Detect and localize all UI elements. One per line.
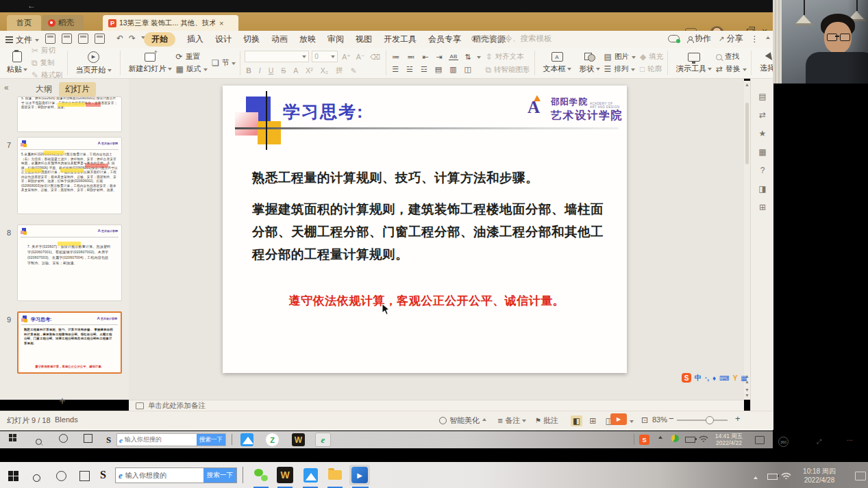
print-icon[interactable] xyxy=(78,34,88,44)
action-center-icon[interactable] xyxy=(855,472,866,480)
slide-thumbnail-9-selected[interactable]: 学习思考: A 艺术设计学院 熟悉工程量的计算规则、技巧、计算方法和步骤。 掌握… xyxy=(17,311,122,374)
arrange-button[interactable]: ☰排列 xyxy=(604,64,636,74)
collaborate-button[interactable]: 协作 xyxy=(687,33,711,44)
tray-app-icon[interactable] xyxy=(671,435,679,442)
sorter-view-icon[interactable]: ⊞ xyxy=(587,415,598,426)
properties-icon[interactable]: ▤ xyxy=(758,92,767,101)
ime-toolbox-icon[interactable]: ▦ xyxy=(741,374,747,382)
clear-format-icon[interactable]: ⌫ xyxy=(369,53,382,61)
slide-thumbnail-7[interactable]: A 艺术设计学院 5.金属旗杆(020605002)按设计图示数量计算，工程内容… xyxy=(17,137,122,214)
taskbar-search-box[interactable]: e 输入你想搜的 搜索一下 xyxy=(115,467,237,483)
scroll-up-icon[interactable]: ▲ xyxy=(744,82,750,88)
menu-tab-design[interactable]: 设计 xyxy=(215,34,232,45)
zoom-in-icon[interactable]: + xyxy=(735,413,741,424)
add-slide-button[interactable]: + xyxy=(59,394,66,408)
search-go-button[interactable]: 搜索一下 xyxy=(197,434,225,446)
wifi-icon[interactable] xyxy=(781,472,791,480)
tray-expand-icon[interactable] xyxy=(754,472,758,485)
to-smartart-button[interactable]: ⧉转智能图形 xyxy=(485,65,530,75)
video-player-icon-active[interactable]: ▶ xyxy=(349,465,370,485)
battery-icon[interactable] xyxy=(685,437,695,443)
print-preview-icon[interactable] xyxy=(95,34,105,44)
inner-clock[interactable]: 14:41 周五2022/4/22 xyxy=(710,433,748,446)
distribute-icon[interactable]: ▥ xyxy=(448,65,458,74)
tab-slides[interactable]: 幻灯片 xyxy=(59,82,96,97)
play-options-icon[interactable] xyxy=(630,420,634,425)
align-center-icon[interactable]: ☱ xyxy=(405,65,414,74)
increase-font-icon[interactable]: A⁺ xyxy=(340,53,352,61)
sogou-tray-icon[interactable]: S xyxy=(639,435,649,445)
command-search[interactable]: 查找命令、搜索模板 xyxy=(471,34,552,44)
columns-icon[interactable]: ◫ xyxy=(463,65,473,74)
fit-slide-icon[interactable]: ⊡ xyxy=(641,415,648,425)
ime-mode-chinese[interactable]: 中 xyxy=(695,373,702,383)
zoom-level[interactable]: 83% xyxy=(652,415,667,424)
layout-grid-icon[interactable]: ▦ xyxy=(758,147,767,157)
menu-tab-member[interactable]: 会员专享 xyxy=(428,34,461,45)
tab-home[interactable]: 首页 xyxy=(7,15,41,31)
superscript-button[interactable]: X² xyxy=(304,66,314,75)
save-icon[interactable] xyxy=(45,34,55,44)
cortana-icon[interactable] xyxy=(56,471,66,481)
bold-button[interactable]: B xyxy=(245,66,253,75)
menu-tab-view[interactable]: 视图 xyxy=(356,34,372,45)
highlight-pen-icon[interactable]: ✎ xyxy=(349,66,358,75)
menu-tab-animation[interactable]: 动画 xyxy=(271,34,288,45)
reset-button[interactable]: ⟳重置 xyxy=(176,52,208,62)
z-app-icon[interactable]: Z xyxy=(266,433,279,446)
action-center-icon[interactable] xyxy=(755,436,765,444)
resources-icon[interactable]: ◨ xyxy=(758,184,767,194)
shapes-button[interactable]: 形状 xyxy=(575,49,604,77)
textbox-button[interactable]: A 文本框 xyxy=(539,49,575,77)
outer-clock[interactable]: 10:18 周四2022/4/28 xyxy=(793,467,845,485)
cloud-sync-icon[interactable] xyxy=(668,35,680,42)
slide-thumbnail-8[interactable]: A 艺术设计学院 7. 美术字(020607)：按设计图示数量计算。泡沫塑料字(… xyxy=(17,224,122,301)
font-size-select[interactable]: 0 xyxy=(312,51,338,62)
menu-tab-devtools[interactable]: 开发工具 xyxy=(384,34,417,45)
undo-icon[interactable]: ↶ xyxy=(116,34,123,43)
ime-punctuation-icon[interactable]: ·, xyxy=(705,374,709,382)
ime-mic-icon[interactable]: ♦ xyxy=(712,374,716,382)
menu-tab-transition[interactable]: 切换 xyxy=(243,34,260,45)
ime-keyboard-icon[interactable]: ⌨ xyxy=(719,374,729,382)
layout-button[interactable]: ▦版式 xyxy=(176,64,208,74)
picture-button[interactable]: ▤图片 xyxy=(604,52,636,62)
next-slide-icon[interactable]: ▼▼ xyxy=(744,387,750,398)
help-icon[interactable]: ? xyxy=(758,166,767,175)
line-spacing-icon[interactable]: ⇅ xyxy=(463,53,472,62)
menu-tab-review[interactable]: 审阅 xyxy=(327,34,344,45)
zoom-out-icon[interactable]: − xyxy=(669,413,674,424)
section-button[interactable]: ❏节 xyxy=(212,58,236,68)
cortana-icon[interactable] xyxy=(59,434,68,443)
export-icon[interactable] xyxy=(62,34,72,44)
redo-icon[interactable]: ↷ xyxy=(129,34,136,43)
play-from-current-button[interactable]: ▶ 当页开始 xyxy=(72,49,116,77)
increase-indent-icon[interactable]: ⇥ xyxy=(434,53,443,62)
decrease-indent-icon[interactable]: ⇤ xyxy=(421,53,430,62)
tray-expand-icon[interactable] xyxy=(658,435,662,443)
zoom-slider-track[interactable] xyxy=(677,420,728,421)
battery-icon[interactable] xyxy=(767,474,778,480)
notes-toggle-button[interactable]: ≣ 备注 xyxy=(497,415,526,426)
meeting-app-icon[interactable] xyxy=(301,466,319,484)
italic-button[interactable]: I xyxy=(258,66,262,75)
subscript-button[interactable]: X₂ xyxy=(319,66,330,75)
collapse-panel-icon[interactable]: « xyxy=(4,83,9,92)
font-color-button[interactable]: A xyxy=(292,66,299,75)
wps-app-icon[interactable]: W xyxy=(277,467,293,483)
comments-button[interactable]: ⚑ 批注 xyxy=(535,415,558,426)
present-tools-button[interactable]: 演示工具 xyxy=(672,49,716,77)
switch-panel-icon[interactable]: ⇄ xyxy=(758,110,767,120)
text-direction-icon[interactable]: AB xyxy=(449,53,459,60)
cut-button[interactable]: ✂剪切 xyxy=(32,46,63,55)
file-explorer-icon[interactable] xyxy=(326,466,344,484)
slide-thumbnail-6[interactable]: 5. 雨篷、旗杆(022605) 雨篷吊挂饰面(020605001) 按设计图示… xyxy=(17,97,122,132)
strikethrough-button[interactable]: S xyxy=(280,66,287,75)
paste-button[interactable]: 粘贴 xyxy=(3,49,32,77)
tab-outline[interactable]: 大纲 xyxy=(36,84,52,95)
search-go-button[interactable]: 搜索一下 xyxy=(203,468,236,483)
justify-icon[interactable]: ▤ xyxy=(434,65,443,74)
tab-docer[interactable]: 稻壳 xyxy=(42,15,84,31)
underline-button[interactable]: U xyxy=(267,66,275,75)
browser-app-icon-active[interactable]: e xyxy=(315,433,331,447)
